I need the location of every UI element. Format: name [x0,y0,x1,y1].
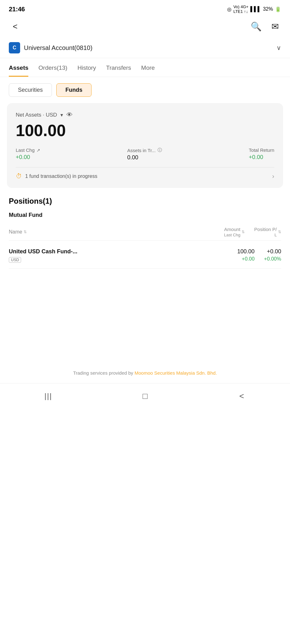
th-name[interactable]: Name ⇅ [9,229,27,235]
nav-menu-button[interactable]: ||| [42,390,55,402]
amount-value: 100.00 [237,248,254,255]
tab-assets[interactable]: Assets [9,64,28,77]
footer: Trading services provided by Moomoo Secu… [0,357,290,383]
assets-in-tr-value: 0.00 [127,154,162,161]
table-row[interactable]: United USD Cash Fund-... USD 100.00 +0.0… [9,243,281,269]
row-fund-info: United USD Cash Fund-... USD [9,248,77,263]
total-return-stat: Total Return +0.00 [249,147,274,161]
account-selector[interactable]: C Universal Account(0810) ∨ [0,38,290,58]
account-info: C Universal Account(0810) [9,42,92,53]
clock-icon: ⏱ [16,173,22,180]
positions-title: Positions(1) [9,197,281,206]
positions-section: Positions(1) Mutual Fund Name ⇅ Amount L… [0,188,290,269]
transaction-notice[interactable]: ⏱ 1 fund transaction(s) in progress › [16,173,274,180]
sub-tab-funds[interactable]: Funds [56,83,92,97]
footer-text: Trading services provided by [73,370,134,376]
footer-link[interactable]: Moomoo Securities Malaysia Sdn. Bhd. [135,370,217,376]
signal-text: Vo) 4G+LTE1 ↑↓ [233,4,248,14]
back-button[interactable]: < [9,20,21,33]
position-col: +0.00 +0.00% [264,248,281,262]
bottom-nav: ||| □ < [0,383,290,412]
tab-bar: Assets Orders(13) History Transfers More [0,58,290,77]
nav-home-button[interactable]: □ [139,390,151,402]
net-assets-label: Net Assets · USD ▼ 👁 [16,111,274,118]
amount-change: +0.00 [237,256,254,262]
divider [16,167,274,168]
table-header: Name ⇅ Amount Last Chg ⇅ Position P/ L ⇅ [9,223,281,241]
battery-icon: 🔋 [275,6,281,12]
tab-more[interactable]: More [141,64,155,77]
status-time: 21:46 [9,6,25,13]
back-icon: < [13,22,17,31]
position-pct: +0.00% [264,256,281,262]
amount-col: 100.00 +0.00 [237,248,254,262]
mail-icon: ✉ [271,21,279,32]
info-icon: ⓘ [158,147,162,153]
position-pl: +0.00 [264,248,281,255]
sort-amount-icon: ⇅ [242,230,245,234]
account-name: Universal Account(0810) [24,44,92,52]
mail-button[interactable]: ✉ [269,20,281,33]
top-nav: < 🔍 ✉ [0,17,290,38]
search-button[interactable]: 🔍 [250,20,262,33]
battery-text: 32% [263,6,273,12]
dropdown-icon[interactable]: ▼ [59,113,64,118]
account-logo: C [9,42,20,53]
assets-in-tr-stat: Assets in Tr... ⓘ 0.00 [127,147,162,161]
wifi-icon: ◎ [227,6,231,12]
transaction-text: 1 fund transaction(s) in progress [25,173,97,179]
assets-card: Net Assets · USD ▼ 👁 100.00 Last Chg ↗ +… [7,103,283,188]
last-chg-value: +0.00 [16,154,40,161]
th-amount[interactable]: Amount Last Chg ⇅ [224,227,245,237]
currency-badge: USD [9,257,21,263]
th-right: Amount Last Chg ⇅ Position P/ L ⇅ [224,227,281,237]
total-return-value: +0.00 [249,154,274,161]
tab-transfers[interactable]: Transfers [106,64,131,77]
visibility-icon[interactable]: 👁 [66,111,73,118]
external-link-icon: ↗ [36,148,40,153]
search-icon: 🔍 [251,21,262,32]
last-chg-stat: Last Chg ↗ +0.00 [16,147,40,161]
sub-tabs: Securities Funds [0,77,290,103]
mutual-fund-label: Mutual Fund [9,212,281,218]
th-position[interactable]: Position P/ L ⇅ [254,227,281,237]
fund-name: United USD Cash Fund-... [9,248,77,255]
sub-tab-securities[interactable]: Securities [9,83,52,97]
assets-stats: Last Chg ↗ +0.00 Assets in Tr... ⓘ 0.00 … [16,147,274,161]
sort-name-icon: ⇅ [24,230,27,234]
status-bar: 21:46 ◎ Vo) 4G+LTE1 ↑↓ ▌▌▌ 32% 🔋 [0,0,290,17]
net-assets-value: 100.00 [16,121,274,140]
tab-history[interactable]: History [77,64,96,77]
signal-bars: ▌▌▌ [250,6,261,12]
sort-position-icon: ⇅ [278,230,281,234]
row-values: 100.00 +0.00 +0.00 +0.00% [237,248,281,262]
chevron-down-icon: ∨ [276,44,281,52]
status-icons: ◎ Vo) 4G+LTE1 ↑↓ ▌▌▌ 32% 🔋 [227,4,281,14]
nav-back-button[interactable]: < [235,390,248,402]
chevron-right-icon: › [272,173,274,180]
tab-orders[interactable]: Orders(13) [38,64,67,77]
